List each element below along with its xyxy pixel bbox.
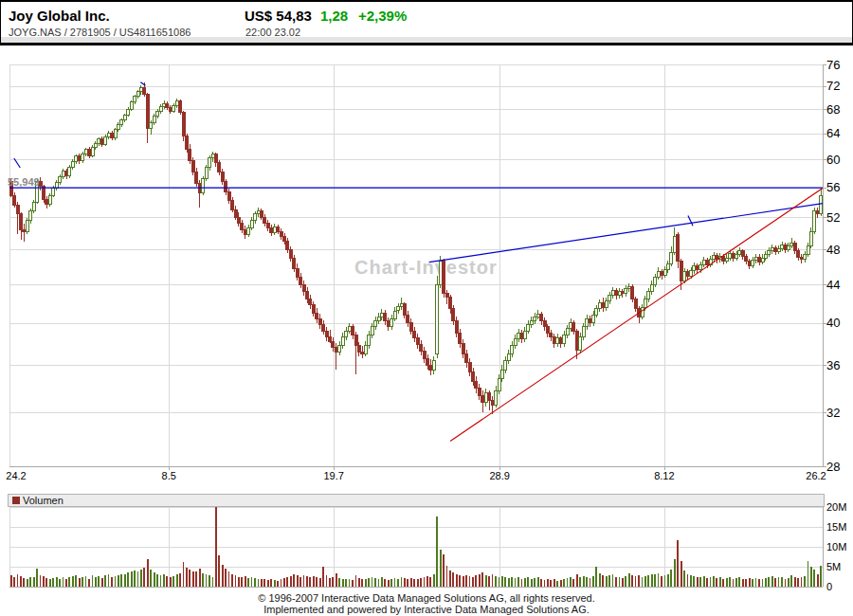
volume-bar [424,577,426,587]
candle-body [641,308,644,317]
volume-bar [166,576,168,587]
volume-bar [615,577,617,587]
instrument-identifiers: JOYG.NAS / 2781905 / US4811651086 [9,27,191,38]
candle-body [134,97,136,102]
volume-bar [286,577,288,587]
candle-body [214,154,217,162]
candle-body [163,103,166,107]
candle-body [384,313,387,320]
candle-body [68,167,71,175]
price-axis-label: 52 [826,210,840,225]
volume-bar [345,579,347,587]
candle-body [400,304,403,307]
volume-bar [797,578,799,587]
candle-body [608,296,611,301]
volume-bar [355,575,357,587]
volume-bar [170,577,172,587]
volume-bar [449,571,451,587]
volume-bar [365,579,367,587]
candle-body [354,335,357,345]
candle-body [738,251,741,255]
volume-bar [88,579,90,587]
candle-body [100,139,103,144]
candle-body [439,262,442,284]
candle-body [338,346,341,353]
volume-bar [202,573,204,587]
price-axis-label: 76 [826,58,840,72]
candle-body [752,261,754,265]
trendline-ascending-resistance [429,204,823,263]
candle-body [186,136,189,150]
candle-body [211,154,214,158]
volume-bar [579,577,581,588]
volume-bar [628,573,630,587]
volume-bar [82,577,83,587]
volume-bar [65,579,67,587]
volume-bar [283,578,285,587]
candle-body [250,220,253,227]
candle-body [657,272,660,278]
candle-body [316,313,318,318]
candle-body [426,358,429,365]
candle-body [540,314,543,320]
volume-bar [433,574,435,587]
candle-body [293,258,296,268]
candle-body [605,301,608,308]
volume-bar [537,577,539,587]
volume-bar [508,578,510,587]
volume-bar [801,577,803,587]
candle-body [696,265,699,270]
candle-body [318,318,321,324]
volume-bar [554,579,555,587]
volume-bar [456,574,458,587]
candle-body [706,261,709,265]
candle-body [371,327,373,335]
volume-bar [567,578,569,587]
last-price: US$ 54,83 [245,8,312,24]
candle-body [582,327,585,337]
volume-bar [534,578,535,587]
candle-body [745,256,748,261]
volume-bar [277,581,279,587]
instrument-title: Joy Global Inc. [9,8,110,24]
volume-bar [745,579,747,587]
candle-body [432,361,435,370]
candle-body [13,195,16,205]
candle-body [143,87,146,94]
volume-bar [33,577,35,588]
candle-body [598,303,601,309]
volume-bar [124,574,126,587]
volume-bar [290,576,292,587]
price-volume-chart: 7672686460565248444036322824.28.519.728.… [0,0,853,616]
volume-bar [664,575,666,587]
candle-body [123,116,126,120]
candle-body [98,139,100,143]
price-axis-label: 32 [826,406,840,420]
candle-body [663,270,666,276]
candle-body [455,320,458,333]
volume-bar [59,579,61,587]
volume-bar [176,574,178,587]
volume-bar [281,579,282,587]
volume-bar [36,569,38,587]
candle-body [387,320,390,326]
candle-body [550,333,553,336]
volume-bar [590,578,591,587]
candle-body [172,106,175,112]
volume-bar [619,577,621,588]
candle-body [345,331,348,337]
candle-body [429,365,432,370]
date-axis-label: 26.2 [806,470,826,481]
volume-bar [270,579,272,587]
volume-bar [651,574,653,587]
candle-body [748,262,751,266]
candle-body [741,251,744,256]
volume-bar [118,575,119,587]
volume-axis-label: 5M [826,561,841,572]
candle-body [29,211,32,221]
candle-body [761,258,764,263]
volume-bar [49,579,51,587]
volume-bar [495,576,497,587]
volume-bar [790,575,792,587]
volume-bar [390,579,392,587]
